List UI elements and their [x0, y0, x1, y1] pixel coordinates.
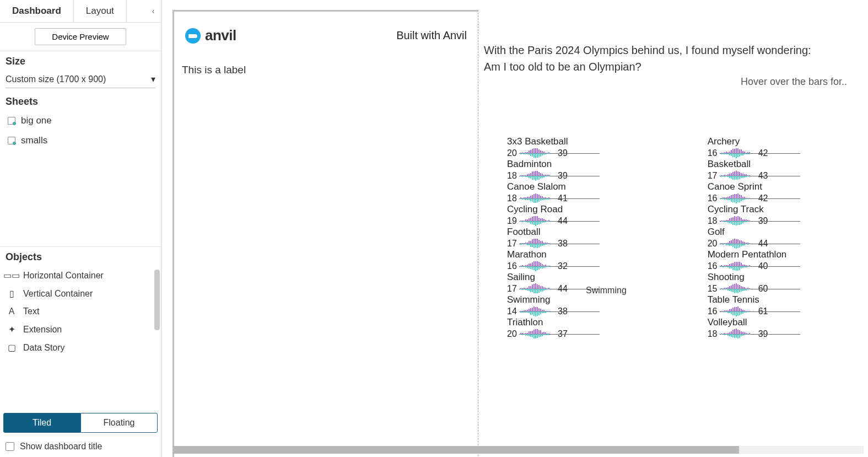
sport-cell[interactable]: Archery1642 — [708, 136, 868, 158]
chevron-down-icon: ▾ — [151, 74, 155, 84]
h-container-icon: ▭▭ — [7, 270, 17, 281]
sport-min: 19 — [507, 216, 518, 226]
object-label: Extension — [23, 325, 62, 335]
object-item-h-container[interactable]: ▭▭Horizontal Container — [3, 266, 158, 284]
sport-cell[interactable]: Canoe Sprint1642 — [708, 181, 868, 203]
object-label: Data Story — [23, 343, 65, 353]
object-item-text[interactable]: AText — [3, 303, 158, 320]
floating-button[interactable]: Floating — [80, 413, 158, 433]
sport-cell[interactable]: Table Tennis1661 — [708, 294, 868, 316]
sport-cell[interactable]: Badminton1839 — [507, 159, 703, 181]
sport-cell[interactable]: Shooting1560 — [708, 272, 868, 294]
sheet-item[interactable]: smalls — [6, 131, 155, 150]
sport-name: Golf — [708, 227, 868, 238]
size-value: Custom size (1700 x 900) — [6, 74, 106, 84]
anvil-header: anvil Built with Anvil — [182, 19, 470, 50]
object-item-data-story[interactable]: ▢Data Story — [3, 338, 158, 357]
data-story-icon: ▢ — [7, 342, 17, 353]
sport-cell[interactable]: Modern Pentathlon1640 — [708, 249, 868, 271]
extension-icon: ✦ — [7, 324, 17, 335]
collapse-sidebar-button[interactable]: ‹ — [145, 0, 161, 22]
object-item-extension[interactable]: ✦Extension — [3, 320, 158, 338]
anvil-wordmark: anvil — [205, 27, 236, 44]
sport-cell[interactable]: Volleyball1839 — [708, 317, 868, 339]
sport-cell[interactable]: Marathon1632 — [507, 249, 703, 271]
dashboard-content[interactable]: With the Paris 2024 Olympics behind us, … — [478, 10, 868, 457]
sport-cell[interactable]: Triathlon2037 — [507, 317, 703, 339]
sport-min: 16 — [708, 261, 719, 271]
objects-label: Objects — [0, 251, 161, 266]
sheet-label: smalls — [21, 135, 47, 146]
sport-range: 1560 — [708, 284, 868, 294]
sheets-section: Sheets big onesmalls — [0, 93, 161, 247]
horizontal-scrollbar[interactable] — [172, 446, 864, 454]
sport-range: 1743 — [708, 171, 868, 181]
sidebar-tabs: Dashboard Layout ‹ — [0, 0, 161, 23]
sport-cell[interactable]: Swimming1438 — [507, 294, 703, 316]
tab-dashboard[interactable]: Dashboard — [0, 0, 74, 22]
objects-scrollbar[interactable] — [154, 270, 160, 330]
sidebar: Dashboard Layout ‹ Device Preview Size C… — [0, 0, 161, 457]
sport-range: 1841 — [507, 193, 703, 203]
sport-cell[interactable]: Golf2044 — [708, 227, 868, 249]
horizontal-scrollbar-thumb[interactable] — [172, 446, 739, 454]
sport-min: 15 — [708, 284, 719, 294]
sport-cell[interactable]: Cycling Track1839 — [708, 204, 868, 226]
sport-range: 1632 — [507, 261, 703, 271]
sport-name: Archery — [708, 136, 868, 147]
chevron-left-icon: ‹ — [152, 7, 155, 15]
v-container-icon: ▯ — [7, 288, 17, 299]
sport-cell[interactable]: 3x3 Basketball2039 — [507, 136, 703, 158]
sheet-item[interactable]: big one — [6, 111, 155, 131]
sport-name: Basketball — [708, 159, 868, 170]
object-item-v-container[interactable]: ▯Vertical Container — [3, 284, 158, 303]
anvil-label: This is a label — [182, 64, 470, 76]
tile-float-toggle: Tiled Floating — [0, 410, 161, 436]
sport-min: 16 — [708, 193, 719, 203]
sport-name: Table Tennis — [708, 294, 868, 305]
object-label: Text — [23, 307, 39, 316]
tiled-button[interactable]: Tiled — [3, 413, 80, 433]
hover-hint: Hover over the bars for.. — [484, 76, 868, 88]
objects-section: Objects ▭▭Horizontal Container▯Vertical … — [0, 247, 161, 410]
size-dropdown[interactable]: Custom size (1700 x 900) ▾ — [6, 71, 155, 88]
sport-name: Triathlon — [507, 317, 703, 328]
show-title-checkbox[interactable] — [6, 442, 14, 451]
sport-cell[interactable]: Canoe Slalom1841 — [507, 181, 703, 203]
sheet-icon — [8, 117, 15, 125]
intro-text: With the Paris 2024 Olympics behind us, … — [484, 42, 868, 75]
anvil-logo-icon — [185, 28, 201, 44]
sport-name: Swimming — [507, 294, 703, 305]
sheets-label: Sheets — [6, 96, 155, 107]
sport-name: Marathon — [507, 249, 703, 260]
sport-min: 20 — [507, 148, 518, 158]
sport-name: Cycling Road — [507, 204, 703, 215]
sport-name: Cycling Track — [708, 204, 868, 215]
object-label: Vertical Container — [23, 289, 93, 299]
sport-cell[interactable]: Cycling Road1944 — [507, 204, 703, 226]
sport-cell[interactable]: Football1738 — [507, 227, 703, 249]
sport-range: 1642 — [708, 193, 868, 203]
sport-min: 17 — [507, 239, 518, 249]
sport-min: 16 — [708, 148, 719, 158]
sport-name: Canoe Sprint — [708, 181, 868, 192]
tab-layout[interactable]: Layout — [74, 0, 127, 22]
anvil-panel[interactable]: anvil Built with Anvil This is a label — [172, 10, 478, 457]
sport-range: 1642 — [708, 148, 868, 158]
text-icon: A — [7, 307, 17, 316]
sport-min: 16 — [708, 307, 719, 316]
sport-name: Sailing — [507, 272, 703, 283]
sport-min: 20 — [507, 329, 518, 339]
show-title-label: Show dashboard title — [20, 442, 102, 451]
swimming-extra-label: Swimming — [586, 286, 627, 295]
sport-range: 2037 — [507, 329, 703, 339]
sport-range: 1438 — [507, 307, 703, 316]
sport-name: Volleyball — [708, 317, 868, 328]
dashboard-canvas[interactable]: anvil Built with Anvil This is a label W… — [161, 0, 868, 457]
object-label: Horizontal Container — [23, 271, 104, 281]
sport-range: 2044 — [708, 239, 868, 249]
sheet-icon — [8, 137, 15, 144]
sport-cell[interactable]: Basketball1743 — [708, 159, 868, 181]
device-preview-button[interactable]: Device Preview — [35, 28, 126, 45]
sport-range: 1839 — [507, 171, 703, 181]
